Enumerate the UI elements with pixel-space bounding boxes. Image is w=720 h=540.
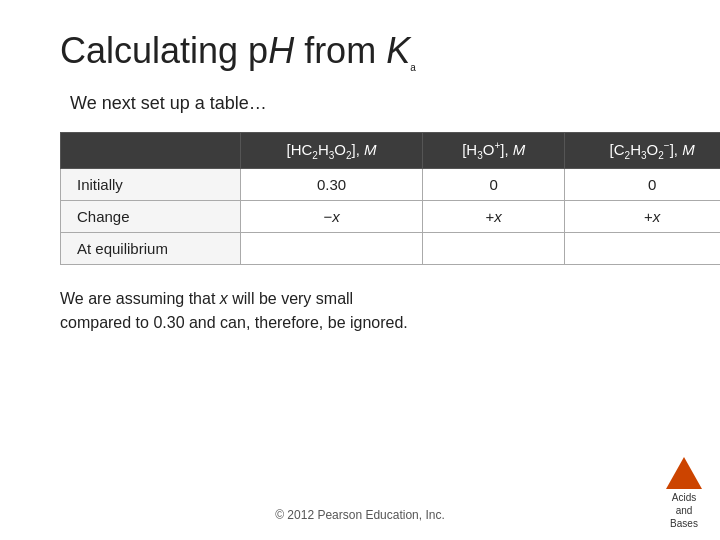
row-initially-col2: 0 [423, 169, 565, 201]
row-eq-col1 [241, 233, 423, 265]
row-change-col2: +x [423, 201, 565, 233]
table-row-change: Change −x +x +x [61, 201, 721, 233]
row-eq-col3 [565, 233, 720, 265]
footer: © 2012 Pearson Education, Inc. [0, 508, 720, 522]
acids-bases-badge: AcidsandBases [666, 457, 702, 530]
col-header-c2h3o2: [C2H3O2−], M [565, 133, 720, 169]
row-initially-col3: 0 [565, 169, 720, 201]
col-header-h3o: [H3O+], M [423, 133, 565, 169]
table-row-initially: Initially 0.30 0 0 [61, 169, 721, 201]
row-change-col3: +x [565, 201, 720, 233]
ice-table: [HC2H3O2], M [H3O+], M [C2H3O2−], M Init… [60, 132, 670, 265]
row-label-initially: Initially [61, 169, 241, 201]
row-initially-col1: 0.30 [241, 169, 423, 201]
badge-label: AcidsandBases [670, 491, 698, 530]
row-label-equilibrium: At equilibrium [61, 233, 241, 265]
row-eq-col2 [423, 233, 565, 265]
page-title: Calculating pH from Ka [60, 30, 670, 73]
slide: Calculating pH from Ka We next set up a … [0, 0, 720, 540]
col-header-label [61, 133, 241, 169]
copyright-text: © 2012 Pearson Education, Inc. [275, 508, 445, 522]
triangle-icon [666, 457, 702, 489]
col-header-hc2h3o2: [HC2H3O2], M [241, 133, 423, 169]
row-change-col1: −x [241, 201, 423, 233]
note-text: We are assuming that x will be very smal… [60, 287, 670, 335]
row-label-change: Change [61, 201, 241, 233]
subtitle-text: We next set up a table… [70, 93, 670, 114]
table-row-equilibrium: At equilibrium [61, 233, 721, 265]
